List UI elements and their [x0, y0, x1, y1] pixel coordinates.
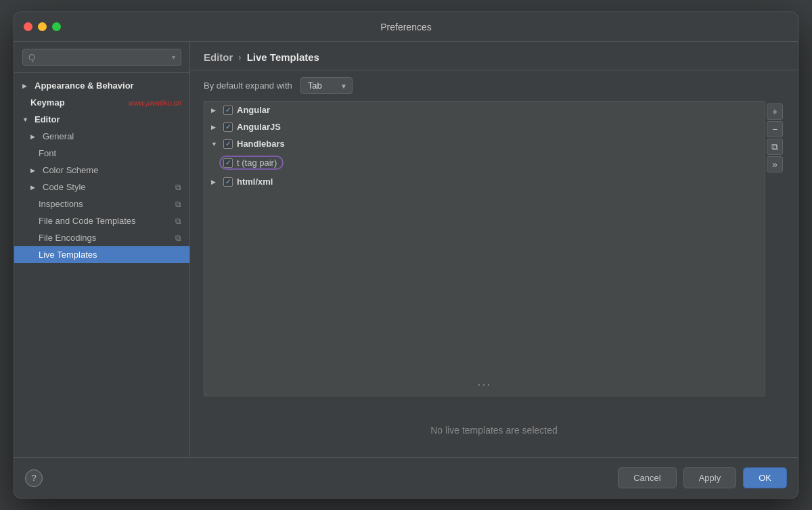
panel-header: Editor › Live Templates [190, 42, 798, 70]
sidebar-item-general[interactable]: ▶ General [14, 128, 189, 145]
tree-arrow-handlebars-icon: ▼ [211, 141, 219, 147]
arrow-right-icon-3: ▶ [30, 167, 39, 174]
sidebar-item-appearance-behavior[interactable]: ▶ Appearance & Behavior [14, 77, 189, 94]
checkbox-angularjs[interactable] [223, 122, 233, 132]
search-dropdown-arrow-icon[interactable]: ▾ [172, 53, 175, 61]
bottom-right-buttons: Cancel Apply OK [618, 467, 787, 488]
sidebar-item-inspections[interactable]: Inspections ⧉ [14, 195, 189, 212]
search-input-wrap[interactable]: Q ▾ [22, 49, 181, 66]
ok-button[interactable]: OK [743, 467, 787, 488]
more-template-button[interactable]: » [767, 156, 783, 172]
window-title: Preferences [380, 22, 431, 32]
title-bar: Preferences [14, 12, 798, 42]
remove-template-button[interactable]: − [767, 121, 783, 137]
help-button[interactable]: ? [25, 469, 43, 487]
minimize-button[interactable] [38, 22, 47, 31]
apply-button[interactable]: Apply [683, 467, 737, 488]
copy-icon-inspections: ⧉ [175, 200, 181, 209]
tree-side-toolbar: + − ⧉ » [765, 101, 784, 396]
checkbox-html-xml[interactable] [223, 177, 233, 187]
search-input[interactable] [39, 52, 168, 62]
tree-label-angular: Angular [237, 105, 270, 115]
tree-item-html-xml[interactable]: ▶ html/xml [204, 173, 765, 190]
tree-arrow-html-icon: ▶ [211, 179, 219, 185]
no-selection-text: No live templates are selected [430, 425, 558, 436]
breadcrumb-parent: Editor [204, 51, 233, 63]
sidebar-item-code-style[interactable]: ▶ Code Style ⧉ [14, 179, 189, 195]
sidebar: Q ▾ ▶ Appearance & Behavior Keymap www.j… [14, 42, 190, 457]
sidebar-item-file-code-templates[interactable]: File and Code Templates ⧉ [14, 212, 189, 229]
sidebar-item-color-scheme[interactable]: ▶ Color Scheme [14, 162, 189, 179]
sidebar-item-live-templates[interactable]: Live Templates [14, 246, 189, 263]
tree-label-tag-pair: t (tag pair) [237, 158, 277, 168]
arrow-right-icon-4: ▶ [30, 184, 39, 191]
tree-item-tag-pair[interactable]: t (tag pair) [204, 152, 765, 173]
close-button[interactable] [24, 22, 32, 31]
copy-icon-file-templates: ⧉ [175, 216, 181, 226]
arrow-right-icon-2: ▶ [30, 133, 39, 140]
arrow-down-icon: ▼ [22, 116, 30, 123]
template-list-area: ▶ Angular ▶ AngularJS ▼ Handlebar [190, 101, 798, 403]
copy-template-button[interactable]: ⧉ [767, 139, 783, 155]
tree-arrow-angularjs-icon: ▶ [211, 124, 219, 131]
tree-item-angular[interactable]: ▶ Angular [204, 101, 765, 118]
search-icon: Q [28, 52, 35, 62]
add-template-button[interactable]: + [767, 103, 783, 120]
breadcrumb-separator-icon: › [238, 52, 241, 62]
expand-select[interactable]: Tab Enter Space [300, 77, 353, 94]
cancel-button[interactable]: Cancel [618, 467, 676, 488]
copy-icon-file-encodings: ⧉ [175, 233, 181, 243]
sidebar-item-font[interactable]: Font [14, 145, 189, 162]
bottom-bar: ? Cancel Apply OK [14, 457, 798, 498]
sidebar-nav: ▶ Appearance & Behavior Keymap www.javat… [14, 73, 189, 457]
tree-label-angularjs: AngularJS [237, 122, 281, 132]
checkbox-handlebars[interactable] [223, 139, 233, 149]
panel-toolbar: By default expand with Tab Enter Space [190, 70, 798, 101]
preferences-window: Preferences Q ▾ ▶ Appearance & Behavior [14, 11, 798, 499]
no-selection-area: No live templates are selected [190, 403, 798, 457]
tree-item-angularjs[interactable]: ▶ AngularJS [204, 118, 765, 135]
scroll-dots-indicator: ··· [477, 377, 491, 392]
breadcrumb: Editor › Live Templates [204, 51, 784, 63]
template-tree: ▶ Angular ▶ AngularJS ▼ Handlebar [204, 101, 765, 396]
checkbox-angular[interactable] [223, 106, 233, 115]
sidebar-item-editor[interactable]: ▼ Editor [14, 111, 189, 128]
right-panel: Editor › Live Templates By default expan… [190, 42, 798, 457]
maximize-button[interactable] [52, 22, 61, 31]
tree-item-handlebars[interactable]: ▼ Handlebars [204, 135, 765, 152]
sidebar-item-file-encodings[interactable]: File Encodings ⧉ [14, 229, 189, 246]
sidebar-item-keymap[interactable]: Keymap www.javatiku.cn [14, 94, 189, 111]
expand-with-label: By default expand with [204, 80, 292, 91]
tree-arrow-angular-icon: ▶ [211, 107, 219, 114]
arrow-right-icon: ▶ [22, 83, 30, 89]
breadcrumb-current: Live Templates [247, 51, 319, 63]
tag-pair-circle: t (tag pair) [219, 156, 284, 170]
search-bar: Q ▾ [14, 42, 189, 73]
traffic-lights [24, 22, 61, 31]
copy-icon-code-style: ⧉ [175, 183, 181, 192]
checkbox-tag-pair[interactable] [223, 158, 233, 168]
expand-select-wrap[interactable]: Tab Enter Space [300, 77, 353, 94]
main-content: Q ▾ ▶ Appearance & Behavior Keymap www.j… [14, 42, 798, 457]
tree-label-handlebars: Handlebars [237, 139, 285, 149]
tree-label-html-xml: html/xml [237, 177, 273, 187]
